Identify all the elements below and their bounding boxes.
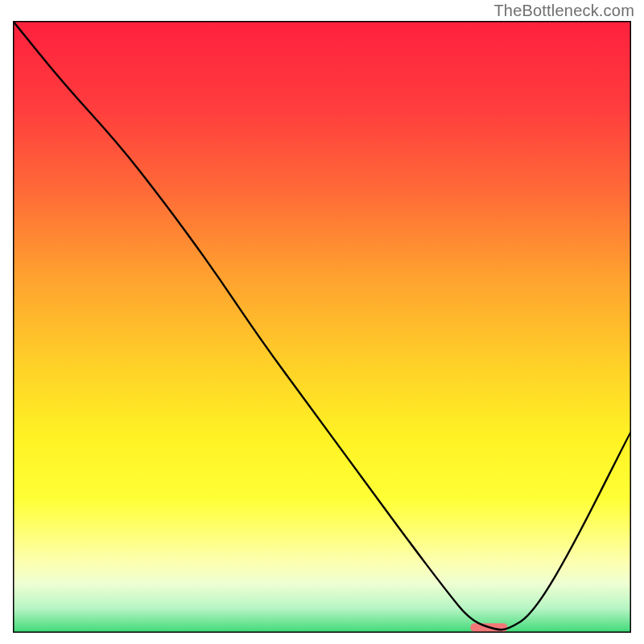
chart-container	[13, 21, 631, 633]
bottleneck-chart	[13, 21, 631, 633]
gradient-background	[13, 21, 631, 633]
watermark-label: TheBottleneck.com	[493, 2, 634, 20]
